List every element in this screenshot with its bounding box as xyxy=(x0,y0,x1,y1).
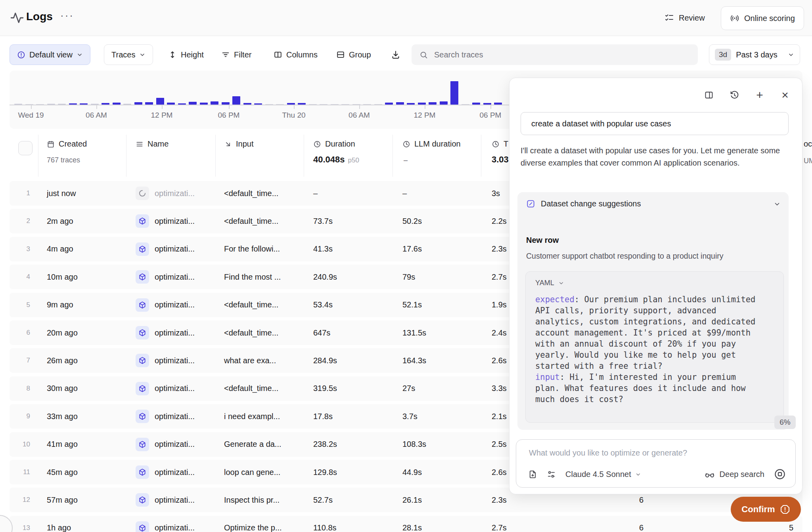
filter-button[interactable]: Filter xyxy=(221,44,251,65)
histogram-bar[interactable] xyxy=(36,104,44,105)
histogram-bar[interactable] xyxy=(232,96,240,105)
column-header-duration[interactable]: Duration xyxy=(313,139,355,149)
confirm-button[interactable]: Confirm xyxy=(731,497,801,522)
split-panel-icon[interactable] xyxy=(704,90,714,100)
histogram-bar[interactable] xyxy=(429,102,437,105)
height-button[interactable]: Height xyxy=(168,44,204,65)
x-axis-tick-label: 06 PM xyxy=(480,111,502,120)
histogram-bar[interactable] xyxy=(440,101,448,105)
arrow-down-right-icon xyxy=(224,140,232,148)
model-settings-icon[interactable] xyxy=(547,470,556,479)
histogram-bar[interactable] xyxy=(287,103,295,105)
histogram-bar[interactable] xyxy=(341,104,349,105)
histogram-bar[interactable] xyxy=(145,102,153,105)
columns-button[interactable]: Columns xyxy=(274,44,318,65)
search-traces-input[interactable] xyxy=(433,50,673,60)
histogram-bar[interactable] xyxy=(47,104,55,105)
time-range-select[interactable]: 3d Past 3 days xyxy=(709,44,800,65)
histogram-bar[interactable] xyxy=(134,102,142,105)
histogram-bar[interactable] xyxy=(462,104,469,105)
histogram-bar[interactable] xyxy=(211,101,218,105)
histogram-bar[interactable] xyxy=(58,104,66,105)
column-header-ttft[interactable]: T xyxy=(492,139,508,149)
column-header-input[interactable]: Input xyxy=(224,139,253,149)
column-header-name[interactable]: Name xyxy=(136,139,169,149)
histogram-bar[interactable] xyxy=(69,103,77,105)
ttft-cell: 2.2s xyxy=(492,209,507,233)
histogram-bar[interactable] xyxy=(102,103,109,105)
histogram-bar[interactable] xyxy=(254,103,262,105)
histogram-bar[interactable] xyxy=(14,104,22,105)
cube-icon xyxy=(136,493,149,507)
hidden-column-cell: 6 xyxy=(639,516,643,532)
histogram-bar[interactable] xyxy=(483,103,491,105)
histogram-bar[interactable] xyxy=(80,103,88,105)
history-icon[interactable] xyxy=(729,90,739,100)
traces-select[interactable]: Traces xyxy=(104,44,153,65)
x-axis-tick-label: 06 PM xyxy=(218,111,240,120)
histogram-bar[interactable] xyxy=(472,103,480,105)
review-button[interactable]: Review xyxy=(665,9,705,27)
histogram-bar[interactable] xyxy=(331,104,339,105)
search-traces-box[interactable] xyxy=(412,44,698,65)
histogram-bar[interactable] xyxy=(418,103,426,105)
default-view-select[interactable]: Default view xyxy=(10,44,90,65)
chevron-down-icon[interactable] xyxy=(774,200,781,208)
histogram-bar[interactable] xyxy=(25,104,33,105)
duration-cell: 52.7s xyxy=(313,488,333,512)
user-prompt-box[interactable] xyxy=(521,112,789,135)
table-row[interactable]: 131h agooptimizati...Optimize the p...11… xyxy=(10,516,802,532)
histogram-bar[interactable] xyxy=(222,102,230,105)
histogram-bar[interactable] xyxy=(363,104,371,105)
column-header-created[interactable]: Created xyxy=(47,139,87,149)
histogram-bar[interactable] xyxy=(450,81,458,105)
new-chat-plus-icon[interactable]: + xyxy=(755,90,765,100)
range-badge: 3d xyxy=(715,49,731,61)
histogram-bar[interactable] xyxy=(123,104,131,105)
composer-placeholder[interactable]: What would you like to optimize or gener… xyxy=(529,448,687,458)
duration-cell: 73.7s xyxy=(313,209,333,233)
yaml-format-select[interactable]: YAML xyxy=(535,279,564,287)
row-number: 12 xyxy=(13,488,30,512)
composer-box[interactable]: What would you like to optimize or gener… xyxy=(516,439,796,488)
histogram-bar[interactable] xyxy=(276,104,284,105)
export-download-button[interactable] xyxy=(391,44,400,65)
histogram-bar[interactable] xyxy=(309,104,317,105)
alert-circle-icon xyxy=(17,51,25,59)
histogram-bar[interactable] xyxy=(200,103,208,105)
histogram-bar[interactable] xyxy=(189,102,197,105)
histogram-bar[interactable] xyxy=(494,103,502,105)
online-scoring-button[interactable]: Online scoring xyxy=(721,6,804,30)
yaml-value: : Hi, I'm interested in your premium pla… xyxy=(535,372,746,404)
column-header-llm-duration[interactable]: LLM duration xyxy=(402,139,461,149)
llm-duration-cell: – xyxy=(402,181,407,206)
histogram-bar[interactable] xyxy=(320,104,327,105)
select-all-checkbox[interactable] xyxy=(18,141,33,155)
histogram-bar[interactable] xyxy=(407,103,415,105)
histogram-bar[interactable] xyxy=(91,104,99,105)
histogram-bar[interactable] xyxy=(178,103,186,105)
input-cell: Optimize the p... xyxy=(224,516,282,532)
attach-file-icon[interactable] xyxy=(528,470,537,479)
more-menu-button[interactable]: ··· xyxy=(60,10,74,22)
dataset-suggestions-header[interactable]: Dataset change suggestions xyxy=(526,199,781,208)
histogram-bar[interactable] xyxy=(352,104,360,105)
histogram-bar[interactable] xyxy=(156,98,164,105)
group-button[interactable]: Group xyxy=(336,44,371,65)
deep-search-toggle[interactable]: Deep search xyxy=(705,469,764,479)
histogram-bar[interactable] xyxy=(385,103,393,105)
stop-record-icon[interactable] xyxy=(774,468,786,480)
model-select[interactable]: Claude 4.5 Sonnet xyxy=(565,470,641,479)
histogram-bar[interactable] xyxy=(265,104,273,105)
histogram-bar[interactable] xyxy=(113,103,121,105)
row-number: 13 xyxy=(13,516,30,532)
histogram-bar[interactable] xyxy=(167,103,175,105)
close-icon[interactable]: × xyxy=(780,90,790,100)
histogram-bar[interactable] xyxy=(243,103,251,105)
user-prompt-input[interactable] xyxy=(530,119,778,129)
histogram-bar[interactable] xyxy=(298,103,306,105)
input-cell: i need exampl... xyxy=(224,404,280,429)
histogram-bar[interactable] xyxy=(374,104,382,105)
duration-cell: 319.5s xyxy=(313,376,337,401)
histogram-bar[interactable] xyxy=(396,102,404,105)
